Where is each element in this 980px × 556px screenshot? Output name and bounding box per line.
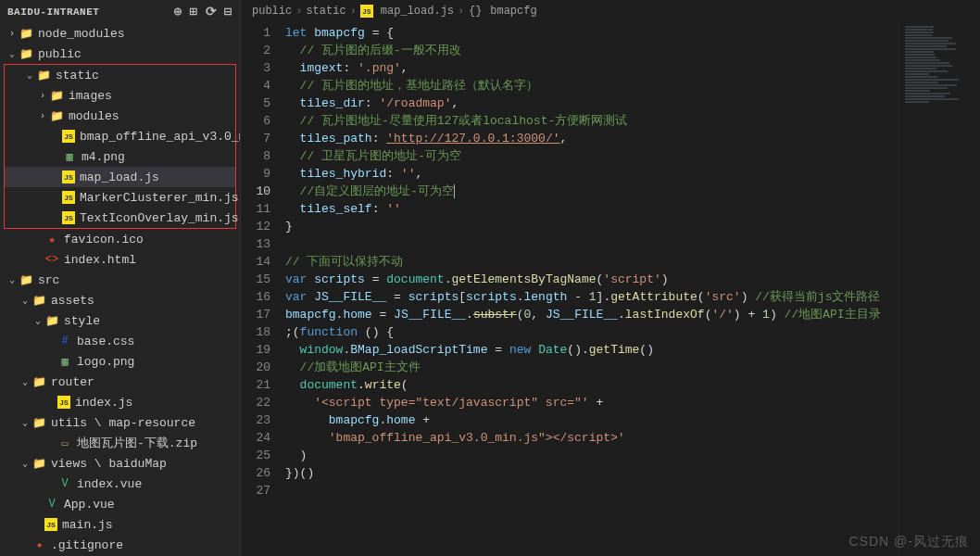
line-number: 16 bbox=[241, 288, 270, 306]
code-line[interactable]: window.BMap_loadScriptTime = new Date().… bbox=[285, 341, 898, 359]
code-line[interactable]: // 瓦片图的后缀-一般不用改 bbox=[285, 42, 898, 59]
tree-item[interactable]: ⌄📁src bbox=[0, 270, 240, 290]
tree-item[interactable]: ›📁images bbox=[5, 85, 235, 106]
line-number: 8 bbox=[241, 147, 270, 165]
code-line[interactable]: // 下面可以保持不动 bbox=[285, 253, 898, 271]
line-number: 22 bbox=[241, 394, 270, 411]
code-line[interactable]: // 瓦片图的地址，基地址路径（默认名字） bbox=[285, 77, 898, 95]
line-number: 9 bbox=[241, 165, 270, 183]
tree-item-label: 地图瓦片图-下载.zip bbox=[77, 435, 197, 451]
chevron-icon[interactable]: › bbox=[36, 91, 49, 101]
tree-item[interactable]: ⌄📁public bbox=[0, 44, 240, 64]
chevron-icon[interactable]: ⌄ bbox=[31, 315, 44, 326]
code-line[interactable]: tiles_path: 'http://127.0.0.1:3000/', bbox=[285, 130, 898, 147]
tree-item[interactable]: ⌄📁static bbox=[5, 65, 235, 85]
code-line[interactable]: ;(function () { bbox=[285, 323, 898, 341]
tree-item[interactable]: ⌄📁views \ baiduMap bbox=[0, 453, 240, 474]
line-number: 18 bbox=[241, 323, 270, 341]
file-icon: V bbox=[44, 497, 59, 512]
tree-item[interactable]: ▭地图瓦片图-下载.zip bbox=[0, 433, 240, 453]
tree-item[interactable]: ▦logo.png bbox=[0, 351, 240, 372]
chevron-icon[interactable]: ⌄ bbox=[19, 417, 31, 428]
code-line[interactable]: bmapcfg.home + bbox=[285, 411, 898, 429]
tree-item-label: modules bbox=[69, 109, 119, 123]
code-line[interactable]: bmapcfg.home = JS__FILE__.substr(0, JS__… bbox=[285, 306, 898, 323]
file-icon: JS bbox=[62, 211, 75, 224]
file-icon: 📁 bbox=[44, 313, 59, 328]
breadcrumb-item[interactable]: JSmap_load.js bbox=[360, 5, 454, 18]
breadcrumb-label: bmapcfg bbox=[490, 5, 536, 18]
breadcrumb[interactable]: public›static›JSmap_load.js›{}bmapcfg bbox=[241, 0, 980, 22]
chevron-icon[interactable]: › bbox=[6, 29, 19, 39]
code-line[interactable]: document.write( bbox=[285, 376, 898, 394]
chevron-right-icon: › bbox=[350, 5, 357, 18]
code-line[interactable]: } bbox=[285, 218, 898, 235]
collapse-icon[interactable]: ⊟ bbox=[224, 4, 232, 19]
tree-item[interactable]: ⌄📁utils \ map-resource bbox=[0, 412, 240, 433]
chevron-icon[interactable]: ⌄ bbox=[23, 70, 36, 81]
tree-item[interactable]: ▦m4.png bbox=[5, 146, 235, 167]
line-number: 24 bbox=[241, 429, 270, 447]
tree-item[interactable]: JSTextIconOverlay_min.js bbox=[5, 208, 235, 228]
code-line[interactable]: tiles_hybrid: '', bbox=[285, 165, 898, 183]
tree-item[interactable]: JSbmap_offline_api_v3.0_min.js bbox=[5, 126, 235, 146]
tree-item[interactable]: JSmain.js bbox=[0, 514, 240, 535]
code-line[interactable]: var JS__FILE__ = scripts[scripts.length … bbox=[285, 288, 898, 306]
tree-item[interactable]: ⌄📁router bbox=[0, 372, 240, 392]
code-line[interactable]: var scripts = document.getElementsByTagN… bbox=[285, 271, 898, 288]
file-icon: 📁 bbox=[19, 272, 33, 287]
breadcrumb-item[interactable]: {}bmapcfg bbox=[468, 4, 536, 19]
tree-item[interactable]: JSmap_load.js bbox=[5, 167, 235, 187]
file-icon: 📁 bbox=[31, 293, 46, 308]
tree-item[interactable]: JSindex.js bbox=[0, 392, 240, 412]
tree-item[interactable]: JSMarkerClusterer_min.js bbox=[5, 187, 235, 208]
code-line[interactable] bbox=[285, 235, 898, 253]
tree-item[interactable]: Vindex.vue bbox=[0, 474, 240, 494]
code-line[interactable]: //自定义图层的地址-可为空 bbox=[285, 183, 898, 200]
code-line[interactable]: 'bmap_offline_api_v3.0_min.js"></script>… bbox=[285, 429, 898, 447]
tree-item-label: public bbox=[38, 47, 82, 61]
chevron-icon[interactable]: ⌄ bbox=[19, 458, 31, 469]
code-content[interactable]: let bmapcfg = { // 瓦片图的后缀-一般不用改 imgext: … bbox=[285, 22, 898, 556]
code-line[interactable]: //加载地图API主文件 bbox=[285, 359, 898, 376]
tree-item-label: router bbox=[51, 375, 94, 389]
new-file-icon[interactable]: ⊕ bbox=[174, 4, 182, 19]
tree-item[interactable]: <>index.html bbox=[0, 249, 240, 270]
line-number: 3 bbox=[241, 59, 270, 77]
tree-item[interactable]: VApp.vue bbox=[0, 494, 240, 514]
code-line[interactable] bbox=[285, 482, 898, 499]
tree-item[interactable]: ⬥.gitignore bbox=[0, 535, 240, 555]
tree-item[interactable]: ›📁node_modules bbox=[0, 23, 240, 44]
minimap[interactable] bbox=[898, 22, 980, 556]
code-line[interactable]: tiles_self: '' bbox=[285, 200, 898, 218]
tree-item[interactable]: ★favicon.ico bbox=[0, 229, 240, 249]
tree-item[interactable]: ⌄📁assets bbox=[0, 290, 240, 310]
code-line[interactable]: let bmapcfg = { bbox=[285, 24, 898, 42]
code-line[interactable]: // 卫星瓦片图的地址-可为空 bbox=[285, 147, 898, 165]
code-line[interactable]: '<script type="text/javascript" src="' + bbox=[285, 394, 898, 411]
code-area[interactable]: 1234567891011121314151617181920212223242… bbox=[241, 22, 980, 556]
code-line[interactable]: imgext: '.png', bbox=[285, 59, 898, 77]
line-number: 27 bbox=[241, 482, 270, 499]
code-line[interactable]: // 瓦片图地址-尽量使用127或者localhost-方便断网测试 bbox=[285, 112, 898, 130]
new-folder-icon[interactable]: ⊞ bbox=[190, 4, 198, 19]
chevron-icon[interactable]: ⌄ bbox=[6, 48, 19, 59]
tree-item[interactable]: #base.css bbox=[0, 331, 240, 351]
code-line[interactable]: tiles_dir: '/roadmap', bbox=[285, 95, 898, 112]
chevron-icon[interactable]: › bbox=[36, 111, 49, 121]
breadcrumb-item[interactable]: static bbox=[306, 5, 346, 18]
code-line[interactable]: ) bbox=[285, 447, 898, 464]
tree-item[interactable]: ›📁modules bbox=[5, 106, 235, 126]
file-icon: 📁 bbox=[49, 88, 64, 103]
tree-item-label: src bbox=[38, 273, 59, 287]
line-number: 11 bbox=[241, 200, 270, 218]
file-icon: # bbox=[57, 334, 72, 348]
tree-item[interactable]: ⌄📁style bbox=[0, 310, 240, 331]
chevron-icon[interactable]: ⌄ bbox=[6, 274, 19, 285]
chevron-icon[interactable]: ⌄ bbox=[19, 376, 31, 387]
file-icon: ⬥ bbox=[31, 537, 46, 552]
code-line[interactable]: })() bbox=[285, 464, 898, 482]
refresh-icon[interactable]: ⟳ bbox=[206, 4, 218, 19]
breadcrumb-item[interactable]: public bbox=[252, 5, 292, 18]
chevron-icon[interactable]: ⌄ bbox=[19, 295, 31, 306]
